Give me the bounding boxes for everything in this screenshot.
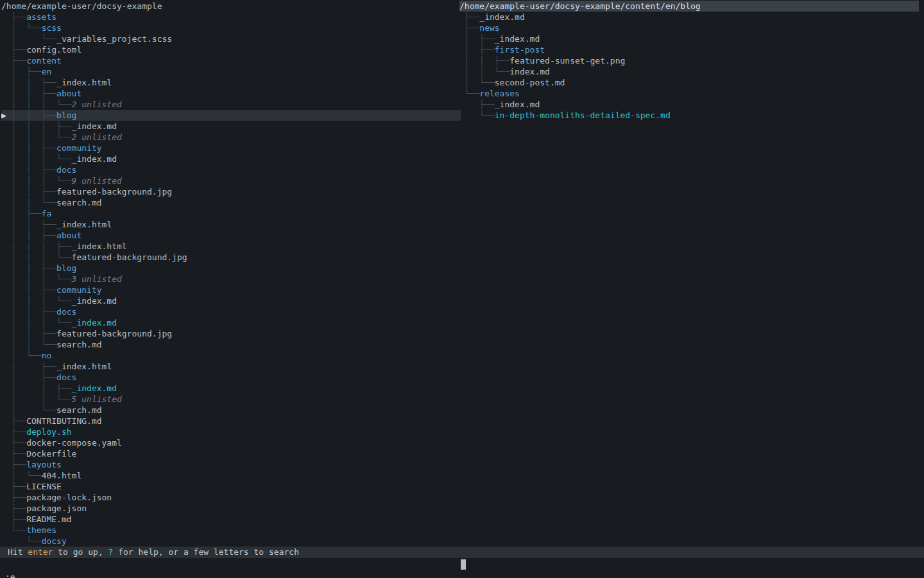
tree-row-file[interactable]: ├──docker-compose.yaml	[1, 437, 461, 448]
row-gutter	[1, 12, 12, 22]
tree-row-directory[interactable]: ├──layouts	[1, 459, 461, 470]
tree-branch-lines: ├──	[12, 427, 26, 437]
tree-branch-lines: │ │ ├──	[12, 307, 56, 317]
right-panel: /home/example-user/docsy-example/content…	[459, 1, 919, 121]
tree-branch-lines: │ │ └──	[465, 67, 509, 76]
tree-branch-lines: │ │ ├──	[12, 187, 56, 197]
tree-row-file[interactable]: ├──_index.md	[459, 99, 919, 110]
tree-branch-lines: └──	[12, 525, 26, 535]
tree-row-file[interactable]: │ │ ├──featured-background.jpg	[1, 186, 461, 197]
tree-row-directory[interactable]: │ │ ├──docs	[1, 164, 461, 175]
tree-row-directory[interactable]: └──themes	[1, 525, 461, 536]
tree-row-directory[interactable]: │ ├──docs	[1, 372, 461, 383]
tree-row-file[interactable]: ├──Dockerfile	[1, 448, 461, 459]
tree-row-file[interactable]: │ └──search.md	[1, 405, 461, 416]
tree-row-directory[interactable]: │ │ ├──about	[1, 230, 461, 241]
tree-row-directory[interactable]: └──docsy	[1, 536, 461, 547]
tree-row-directory[interactable]: │ │ ├──blog	[1, 263, 461, 274]
row-gutter	[1, 351, 12, 360]
entry-name: assets	[26, 12, 56, 22]
tree-row-directory[interactable]: │ └──no	[1, 350, 461, 361]
tree-row-file[interactable]: │ │ │ ├──_index.md	[1, 121, 461, 132]
entry-name: themes	[26, 525, 56, 535]
row-gutter	[459, 78, 465, 87]
tree-row-file[interactable]: ├──_index.md	[459, 12, 919, 22]
row-gutter	[459, 67, 465, 76]
entry-name: _index.md	[72, 296, 117, 306]
tree-row-file[interactable]: ├──CONTRIBUTING.md	[1, 416, 461, 426]
tree-branch-lines: │ ├──	[465, 45, 495, 55]
left-panel: /home/example-user/docsy-example ├──asse…	[1, 1, 461, 547]
row-gutter	[1, 318, 12, 328]
entry-name: docs	[56, 372, 76, 382]
tree-row-file[interactable]: ├──LICENSE	[1, 481, 461, 492]
tree-row-directory[interactable]: │ │ ├──about	[1, 88, 461, 99]
tree-branch-lines: ├──	[465, 100, 495, 109]
tree-row-file[interactable]: │ │ └──search.md	[1, 197, 461, 208]
tree-row-directory[interactable]: │ ├──first-post	[459, 44, 919, 55]
row-gutter	[1, 187, 12, 197]
entry-name: _index.md	[72, 318, 117, 328]
tree-row-file[interactable]: │ │ │ └──_index.md	[1, 317, 461, 328]
tree-row-file[interactable]: ├──README.md	[1, 514, 461, 525]
tree-branch-lines: │ └──	[12, 351, 42, 360]
tree-row-directory[interactable]: │ ├──fa	[1, 208, 461, 219]
tree-branch-lines: │ │ ├──	[12, 89, 56, 98]
tree-row-directory[interactable]: └──releases	[459, 88, 919, 99]
row-gutter	[459, 23, 465, 33]
tree-row-file[interactable]: │ ├──_index.html	[1, 361, 461, 372]
status-text: Hit	[8, 547, 28, 557]
tree-branch-lines: │ │ │ └──	[12, 132, 72, 142]
tree-row-file[interactable]: └──in-depth-monoliths-detailed-spec.md	[459, 110, 919, 121]
left-panel-root-path[interactable]: /home/example-user/docsy-example	[1, 1, 461, 12]
entry-name: _variables_project.scss	[56, 34, 172, 44]
tree-row-file[interactable]: │ └──404.html	[1, 470, 461, 481]
tree-row-directory[interactable]: │ │ ├──docs	[1, 306, 461, 317]
entry-name: docker-compose.yaml	[26, 438, 122, 448]
tree-branch-lines: │ │ ├──	[12, 143, 56, 153]
tree-row-file[interactable]: │ └──second-post.md	[459, 77, 919, 88]
tree-row-file[interactable]: │ │ └──index.md	[459, 66, 919, 77]
tree-row-file[interactable]: ├──config.toml	[1, 44, 461, 55]
right-panel-root-path[interactable]: /home/example-user/docsy-example/content…	[459, 1, 919, 12]
row-gutter	[1, 143, 12, 153]
tree-row-file[interactable]: │ │ ├──_index.html	[1, 77, 461, 88]
entry-name: about	[56, 89, 81, 98]
entry-name: _index.md	[479, 12, 524, 22]
tree-row-file[interactable]: │ ├──_index.md	[459, 33, 919, 44]
entry-name: community	[56, 143, 101, 153]
tree-branch-lines: │ │ ├──	[12, 78, 56, 87]
left-panel-search-input[interactable]: :e	[5, 571, 15, 578]
tree-row-directory[interactable]: ▶ │ │ ├──blog	[1, 110, 461, 121]
row-gutter	[1, 296, 12, 306]
text-cursor-block	[461, 559, 466, 570]
tree-branch-lines: └──	[465, 89, 479, 98]
tree-row-directory[interactable]: │ │ ├──community	[1, 143, 461, 153]
row-gutter	[1, 460, 12, 469]
tree-row-file[interactable]: │ │ ├──featured-sunset-get.png	[459, 55, 919, 66]
tree-row-file[interactable]: │ │ ├──featured-background.jpg	[1, 328, 461, 339]
tree-row-file[interactable]: │ │ ├──_index.html	[1, 219, 461, 230]
tree-row-file[interactable]: │ │ │ ├──_index.html	[1, 241, 461, 252]
row-gutter	[1, 176, 12, 186]
tree-row-directory[interactable]: │ ├──en	[1, 66, 461, 77]
tree-row-directory[interactable]: ├──content	[1, 55, 461, 66]
tree-row-file[interactable]: ├──deploy.sh	[1, 426, 461, 437]
tree-row-directory[interactable]: ├──assets	[1, 12, 461, 22]
tree-row-file[interactable]: │ │ │ └──_index.md	[1, 295, 461, 306]
tree-row-file[interactable]: │ │ │ └──_index.md	[1, 153, 461, 164]
tree-row-file[interactable]: │ │ ├──_index.md	[1, 383, 461, 394]
tree-row-file[interactable]: │ └──_variables_project.scss	[1, 33, 461, 44]
tree-row-file[interactable]: ├──package-lock.json	[1, 492, 461, 503]
row-gutter	[1, 121, 12, 131]
tree-row-directory[interactable]: │ │ ├──community	[1, 285, 461, 295]
row-gutter	[1, 394, 12, 404]
tree-row-directory[interactable]: ├──news	[459, 22, 919, 33]
row-gutter	[459, 110, 465, 120]
tree-row-file[interactable]: │ │ └──search.md	[1, 339, 461, 350]
tree-row-directory[interactable]: │ └──scss	[1, 22, 461, 33]
tree-row-file[interactable]: ├──package.json	[1, 503, 461, 514]
row-gutter	[1, 34, 12, 44]
tree-row-file[interactable]: │ │ │ └──featured-background.jpg	[1, 252, 461, 263]
status-bar: Hit enter to go up, ? for help, or a few…	[0, 547, 924, 558]
